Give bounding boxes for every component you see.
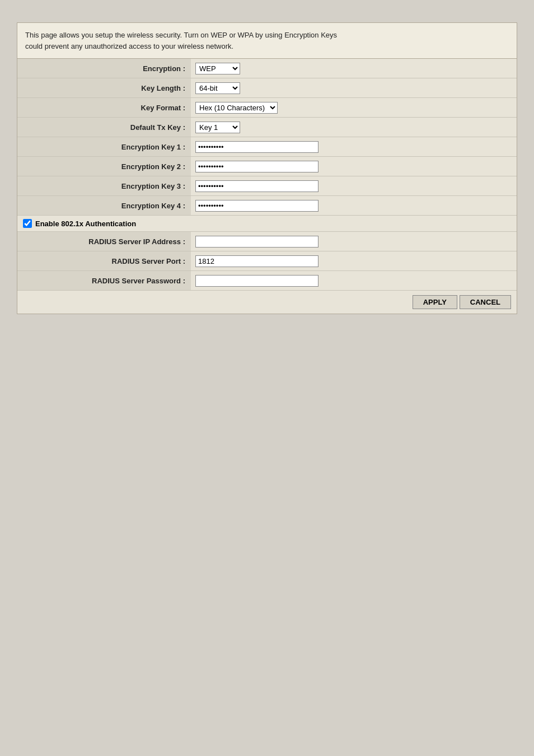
radius-port-label: RADIUS Server Port :	[17, 251, 191, 270]
enc-key1-label: Encryption Key 1 :	[17, 137, 191, 156]
description-box: This page allows you setup the wireless …	[17, 22, 517, 59]
buttons-row: APPLY CANCEL	[17, 291, 517, 314]
radius-ip-input[interactable]	[195, 236, 318, 248]
radius-ip-label: RADIUS Server IP Address :	[17, 232, 191, 251]
enc-key4-label: Encryption Key 4 :	[17, 196, 191, 215]
enc-key3-label: Encryption Key 3 :	[17, 176, 191, 195]
enc-key4-field	[191, 198, 517, 214]
default-tx-key-field: Key 1 Key 2 Key 3 Key 4	[191, 119, 517, 136]
encryption-field: WEP WPA WPA2 Disabled	[191, 60, 517, 77]
enable-8021x-row: Enable 802.1x Authentication	[17, 216, 517, 232]
radius-ip-field	[191, 234, 517, 250]
enc-key4-input[interactable]	[195, 200, 318, 212]
key-format-row: Key Format : Hex (10 Characters) ASCII (…	[17, 98, 517, 118]
description-line1: This page allows you setup the wireless …	[25, 31, 337, 39]
radius-password-row: RADIUS Server Password :	[17, 271, 517, 291]
key-format-label: Key Format :	[17, 98, 191, 117]
default-tx-key-row: Default Tx Key : Key 1 Key 2 Key 3 Key 4	[17, 118, 517, 137]
description-line2: could prevent any unauthorized access to…	[25, 42, 233, 50]
enable-8021x-checkbox[interactable]	[23, 219, 32, 228]
key-length-select[interactable]: 64-bit 128-bit	[195, 82, 240, 94]
enc-key1-input[interactable]	[195, 141, 318, 153]
enable-8021x-label: Enable 802.1x Authentication	[35, 220, 136, 228]
key-length-row: Key Length : 64-bit 128-bit	[17, 78, 517, 98]
key-format-field: Hex (10 Characters) ASCII (5 Characters)	[191, 100, 517, 116]
enc-key3-row: Encryption Key 3 :	[17, 176, 517, 196]
key-length-field: 64-bit 128-bit	[191, 80, 517, 96]
radius-password-field	[191, 273, 517, 289]
enc-key1-field	[191, 139, 517, 155]
default-tx-key-select[interactable]: Key 1 Key 2 Key 3 Key 4	[195, 122, 240, 133]
enc-key2-label: Encryption Key 2 :	[17, 157, 191, 176]
enc-key4-row: Encryption Key 4 :	[17, 196, 517, 216]
radius-port-field	[191, 253, 517, 269]
default-tx-key-label: Default Tx Key :	[17, 118, 191, 137]
apply-button[interactable]: APPLY	[413, 295, 457, 309]
radius-port-row: RADIUS Server Port :	[17, 251, 517, 271]
encryption-select[interactable]: WEP WPA WPA2 Disabled	[195, 63, 240, 74]
radius-password-input[interactable]	[195, 275, 318, 287]
key-format-select[interactable]: Hex (10 Characters) ASCII (5 Characters)	[195, 102, 278, 114]
page-wrapper: This page allows you setup the wireless …	[0, 0, 534, 337]
enc-key2-field	[191, 158, 517, 175]
form-container: Encryption : WEP WPA WPA2 Disabled Key L…	[17, 59, 517, 314]
encryption-label: Encryption :	[17, 59, 191, 78]
enc-key2-row: Encryption Key 2 :	[17, 157, 517, 176]
enc-key1-row: Encryption Key 1 :	[17, 137, 517, 157]
enc-key3-input[interactable]	[195, 180, 318, 192]
enc-key2-input[interactable]	[195, 161, 318, 172]
radius-ip-row: RADIUS Server IP Address :	[17, 232, 517, 251]
cancel-button[interactable]: CANCEL	[460, 295, 511, 309]
radius-port-input[interactable]	[195, 255, 318, 267]
radius-password-label: RADIUS Server Password :	[17, 271, 191, 290]
key-length-label: Key Length :	[17, 78, 191, 97]
encryption-row: Encryption : WEP WPA WPA2 Disabled	[17, 59, 517, 78]
enc-key3-field	[191, 178, 517, 194]
